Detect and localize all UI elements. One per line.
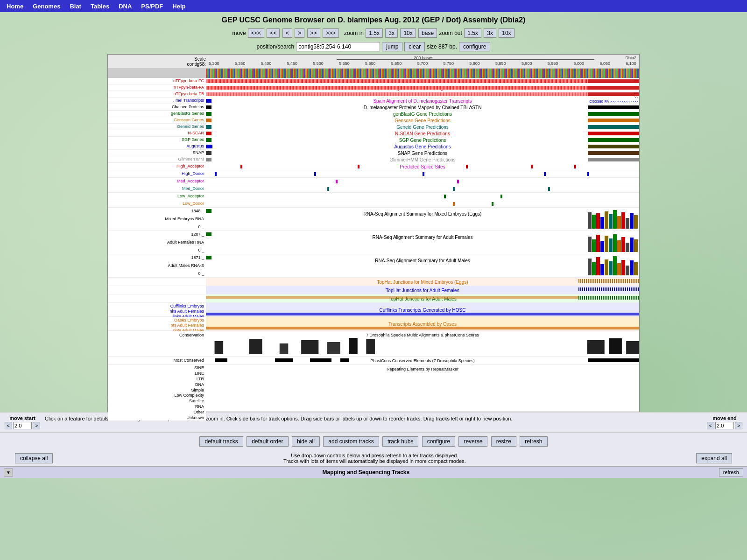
track-content-blastx1[interactable]: >> <box>206 78 639 84</box>
nav-dna[interactable]: DNA <box>114 1 136 11</box>
add-custom-tracks-button[interactable]: add custom tracks <box>323 436 379 447</box>
track-label-mixed-embryos[interactable]: 1848 _ Mixed Embryos RNA 0 _ <box>108 208 206 231</box>
nav-home[interactable]: Home <box>2 1 28 11</box>
move-start-left-button[interactable]: < <box>5 422 12 429</box>
track-label-nTFpyn-beta-FC[interactable]: nTFpyn-beta-FC <box>108 78 206 84</box>
track-content-blastx-title[interactable]: BLASTX Alignment to D. melanogaster Prot… <box>206 84 639 91</box>
track-content-low-acceptor[interactable] <box>206 193 639 200</box>
sequence-track[interactable] <box>108 69 639 78</box>
track-label-adult-females[interactable]: 1207 _ Adult Females RNA 0 _ <box>108 231 206 254</box>
collapse-all-button[interactable]: collapse all <box>15 453 53 463</box>
track-label-med-acceptor[interactable]: Med_Acceptor <box>108 178 206 185</box>
track-content-snap[interactable]: SNAP Gene Predictions <box>206 150 639 156</box>
track-label-cufflinks[interactable]: Cufflinks Embryos nks Adult Females link… <box>108 303 206 316</box>
track-label-oases[interactable]: Oases Embryos pts Adult Females ripts Ad… <box>108 317 206 330</box>
track-content-repeat[interactable]: Repeating Elements by RepeatMasker <box>206 365 639 412</box>
track-label-glimmer[interactable]: GlimmerHMM <box>108 156 206 162</box>
zoom-out-3x-button[interactable]: 3x <box>484 28 496 38</box>
mapping-collapse-button[interactable]: ▼ <box>4 469 13 476</box>
track-label-repeat[interactable]: SINE LINE LTR DNA Simple Low Complexity … <box>108 365 206 420</box>
track-content-chained[interactable]: D. melanogaster Proteins Mapped by Chain… <box>206 104 639 111</box>
zoom-in-10x-button[interactable]: 10x <box>400 28 416 38</box>
move-far-right-button[interactable]: >>> <box>323 28 339 38</box>
track-content-geneid[interactable]: Geneid Gene Predictions <box>206 124 639 130</box>
track-content-spain[interactable]: Spain Alignment of D. melanogaster Trans… <box>206 98 639 104</box>
track-content-cufflinks[interactable]: Cufflinks Transcripts Generated by HOSC <box>206 303 639 316</box>
track-label-nTFpyn-beta-FA[interactable]: nTFpyn-beta-FA <box>108 84 206 91</box>
track-label-genscan[interactable]: Genscan Genes <box>108 117 206 123</box>
configure-tracks-button[interactable]: configure <box>422 436 455 447</box>
track-label-low-donor[interactable]: Low_Donor <box>108 200 206 207</box>
track-label-mel-transcripts[interactable]: . mel Transcripts <box>108 98 206 104</box>
track-content-tophat-mixed[interactable]: TopHat Junctions for Mixed Embryos (Eggs… <box>206 278 639 286</box>
nav-genomes[interactable]: Genomes <box>28 1 65 11</box>
track-label-high-acceptor[interactable]: High_Acceptor <box>108 163 206 170</box>
default-tracks-button[interactable]: default tracks <box>199 436 243 447</box>
track-label-low-acceptor[interactable]: Low_Acceptor <box>108 193 206 200</box>
track-label-most-conserved[interactable]: Most Conserved <box>108 357 206 364</box>
nav-blat[interactable]: Blat <box>65 1 86 11</box>
zoom-out-1.5x-button[interactable]: 1.5x <box>464 28 481 38</box>
ruler-area[interactable]: 200 bases 5,3005,3505,4005,4505,500 5,55… <box>208 55 637 68</box>
move-left-2-button[interactable]: << <box>267 28 280 38</box>
track-label-genblastg[interactable]: genBlastG Genes <box>108 111 206 117</box>
track-label-augustus[interactable]: Augustus <box>108 143 206 149</box>
move-left-1-button[interactable]: < <box>282 28 292 38</box>
move-start-right-button[interactable]: > <box>33 422 40 429</box>
jump-button[interactable]: jump <box>382 42 402 51</box>
track-label-geneid[interactable]: Geneid Genes <box>108 124 206 130</box>
mapping-refresh-button[interactable]: refresh <box>719 468 743 476</box>
track-label-sgp[interactable]: SGP Genes <box>108 137 206 143</box>
track-label-snap[interactable]: SNAP <box>108 150 206 156</box>
track-content-tophat-females[interactable]: TopHat Junctions for Adult Females <box>206 286 639 294</box>
track-label-high-donor[interactable]: High_Donor <box>108 170 206 177</box>
track-content-genscan[interactable]: Genscan Gene Predictions <box>206 117 639 124</box>
move-end-input[interactable] <box>715 422 734 429</box>
track-content-tophat-males[interactable]: TopHat Junctions for Adult Males <box>206 294 639 302</box>
track-label-adult-males[interactable]: 1871 _ Adult Males RNA-S 0 _ <box>108 254 206 277</box>
track-label-tophat-males[interactable] <box>108 294 206 302</box>
track-content-most-conserved[interactable]: PhastCons Conserved Elements (7 Drosophi… <box>206 357 639 364</box>
nav-help[interactable]: Help <box>168 1 190 11</box>
track-content-blastx3[interactable]: >>>> <box>206 91 639 98</box>
resize-button[interactable]: resize <box>491 436 516 447</box>
track-label-tophat-mixed[interactable] <box>108 278 206 286</box>
track-label-med-donor[interactable]: Med_Donor <box>108 185 206 192</box>
track-label-conservation[interactable]: Conservation <box>108 331 206 356</box>
track-label-tophat-females[interactable] <box>108 286 206 294</box>
track-label-chained-proteins[interactable]: Chained Proteins <box>108 104 206 110</box>
clear-button[interactable]: clear <box>404 42 425 51</box>
reverse-button[interactable]: reverse <box>458 436 487 447</box>
track-hubs-button[interactable]: track hubs <box>382 436 418 447</box>
expand-all-button[interactable]: expand all <box>696 453 732 463</box>
track-content-high-donor[interactable] <box>206 170 639 177</box>
move-end-left-button[interactable]: < <box>707 422 714 429</box>
track-content-adult-males[interactable]: RNA-Seq Alignment Summary for Adult Male… <box>206 254 639 277</box>
track-content-sgp[interactable]: SGP Gene Predictions <box>206 137 639 143</box>
base-button[interactable]: base <box>418 28 437 38</box>
move-right-2-button[interactable]: >> <box>307 28 320 38</box>
nav-pspdf[interactable]: PS/PDF <box>136 1 168 11</box>
refresh-button[interactable]: refresh <box>520 436 547 447</box>
track-content-conservation[interactable]: 7 Drosophila Species Multiz Alignments &… <box>206 331 639 354</box>
track-content-augustus[interactable]: Augustus Gene Predictions <box>206 143 639 150</box>
track-content-glimmer[interactable]: GlimmerHMM Gene Predictions <box>206 156 639 163</box>
track-content-adult-females[interactable]: RNA-Seq Alignment Summary for Adult Fema… <box>206 231 639 254</box>
track-content-low-donor[interactable] <box>206 200 639 207</box>
track-content-mixed-embryos[interactable]: RNA-Seq Alignment Summary for Mixed Embr… <box>206 208 639 231</box>
nav-tables[interactable]: Tables <box>86 1 114 11</box>
default-order-button[interactable]: default order <box>247 436 288 447</box>
zoom-in-1.5x-button[interactable]: 1.5x <box>366 28 383 38</box>
zoom-in-3x-button[interactable]: 3x <box>385 28 398 38</box>
move-far-left-button[interactable]: <<< <box>248 28 264 38</box>
configure-button[interactable]: configure <box>459 42 490 51</box>
track-label-nscan[interactable]: N-SCAN <box>108 130 206 136</box>
track-content-oases[interactable]: Transcripts Assembled by Oases <box>206 317 639 330</box>
hide-all-button[interactable]: hide all <box>292 436 320 447</box>
track-content-genblastg[interactable]: genBlastG Gene Predictions <box>206 111 639 117</box>
move-end-right-button[interactable]: > <box>735 422 742 429</box>
track-content-nscan[interactable]: N-SCAN Gene Predictions <box>206 130 639 137</box>
zoom-out-10x-button[interactable]: 10x <box>499 28 514 38</box>
track-content-med-donor[interactable] <box>206 185 639 192</box>
move-right-1-button[interactable]: > <box>295 28 304 38</box>
